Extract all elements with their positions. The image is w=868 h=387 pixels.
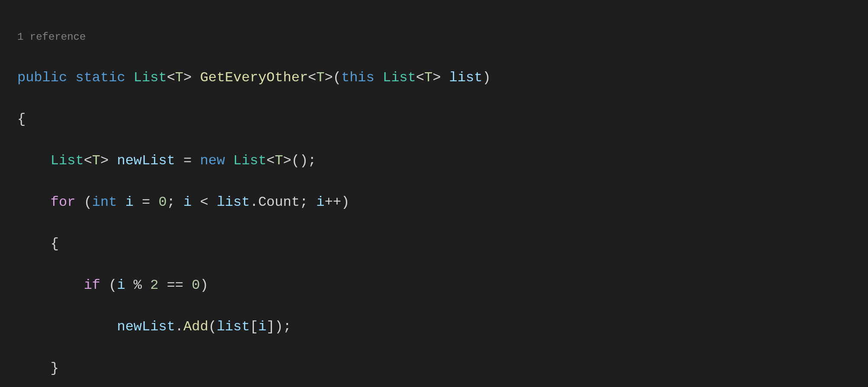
num-zero: 0 bbox=[158, 194, 167, 210]
angle-open: < bbox=[167, 70, 175, 86]
type-list: List bbox=[383, 70, 416, 86]
op-equals: = bbox=[183, 153, 192, 169]
type-param-t: T bbox=[92, 153, 100, 169]
paren-open: ( bbox=[333, 70, 341, 86]
keyword-this: this bbox=[341, 70, 375, 86]
code-line-5: { bbox=[17, 233, 851, 254]
var-list: list bbox=[217, 319, 250, 335]
angle-open: < bbox=[266, 153, 275, 169]
type-param-t: T bbox=[424, 70, 432, 86]
op-plusplus: ++ bbox=[325, 194, 341, 210]
paren-close: ) bbox=[341, 194, 349, 210]
keyword-int: int bbox=[92, 194, 117, 210]
paren-close: ) bbox=[482, 70, 490, 86]
member-count: Count bbox=[258, 194, 300, 210]
paren-close: ) bbox=[275, 319, 283, 335]
angle-close: > bbox=[432, 70, 441, 86]
method-geteveryother: GetEveryOther bbox=[200, 70, 308, 86]
angle-close: > bbox=[283, 153, 291, 169]
keyword-if: if bbox=[84, 277, 100, 293]
var-i: i bbox=[258, 319, 266, 335]
paren-open: ( bbox=[208, 319, 217, 335]
type-list: List bbox=[134, 70, 167, 86]
angle-open: < bbox=[416, 70, 424, 86]
semicolon: ; bbox=[283, 319, 291, 335]
code-line-2: { bbox=[17, 109, 851, 130]
op-equals: = bbox=[142, 194, 150, 210]
paren-close: ) bbox=[200, 277, 208, 293]
type-param-t: T bbox=[175, 70, 183, 86]
semicolon: ; bbox=[167, 194, 175, 210]
bracket-close: ] bbox=[266, 319, 275, 335]
keyword-new: new bbox=[200, 153, 225, 169]
code-line-3: List<T> newList = new List<T>(); bbox=[17, 150, 851, 171]
code-editor[interactable]: 1 reference public static List<T> GetEve… bbox=[0, 0, 868, 387]
type-param-t: T bbox=[316, 70, 324, 86]
angle-open: < bbox=[84, 153, 92, 169]
method-add: Add bbox=[183, 319, 208, 335]
brace-close: } bbox=[51, 360, 59, 376]
paren-open: ( bbox=[109, 277, 117, 293]
op-eqeq: == bbox=[167, 277, 183, 293]
keyword-for: for bbox=[51, 194, 76, 210]
paren-close: ) bbox=[300, 153, 308, 169]
keyword-public: public bbox=[17, 70, 67, 86]
var-i: i bbox=[183, 194, 192, 210]
code-line-7: newList.Add(list[i]); bbox=[17, 317, 851, 337]
angle-close: > bbox=[183, 70, 192, 86]
var-newlist: newList bbox=[117, 153, 175, 169]
var-list: list bbox=[217, 194, 250, 210]
bracket-open: [ bbox=[250, 319, 258, 335]
num-zero: 0 bbox=[192, 277, 200, 293]
param-list: list bbox=[449, 70, 483, 86]
angle-close: > bbox=[100, 153, 109, 169]
code-line-8: } bbox=[17, 358, 851, 379]
var-newlist: newList bbox=[117, 319, 175, 335]
brace-open: { bbox=[17, 111, 26, 127]
dot: . bbox=[250, 194, 258, 210]
angle-open: < bbox=[308, 70, 316, 86]
dot: . bbox=[175, 319, 183, 335]
type-list: List bbox=[233, 153, 266, 169]
type-list: List bbox=[51, 153, 84, 169]
code-line-1: public static List<T> GetEveryOther<T>(t… bbox=[17, 67, 851, 88]
num-two: 2 bbox=[150, 277, 158, 293]
codelens-reference[interactable]: 1 reference bbox=[17, 29, 851, 45]
type-param-t: T bbox=[275, 153, 283, 169]
op-lt: < bbox=[200, 194, 208, 210]
paren-open: ( bbox=[291, 153, 300, 169]
angle-close: > bbox=[325, 70, 333, 86]
op-mod: % bbox=[134, 277, 142, 293]
semicolon: ; bbox=[308, 153, 316, 169]
keyword-static: static bbox=[75, 70, 125, 86]
var-i: i bbox=[125, 194, 134, 210]
code-line-6: if (i % 2 == 0) bbox=[17, 275, 851, 296]
code-line-4: for (int i = 0; i < list.Count; i++) bbox=[17, 192, 851, 213]
brace-open: { bbox=[51, 236, 59, 252]
var-i: i bbox=[117, 277, 125, 293]
semicolon: ; bbox=[300, 194, 308, 210]
paren-open: ( bbox=[84, 194, 92, 210]
var-i: i bbox=[316, 194, 324, 210]
